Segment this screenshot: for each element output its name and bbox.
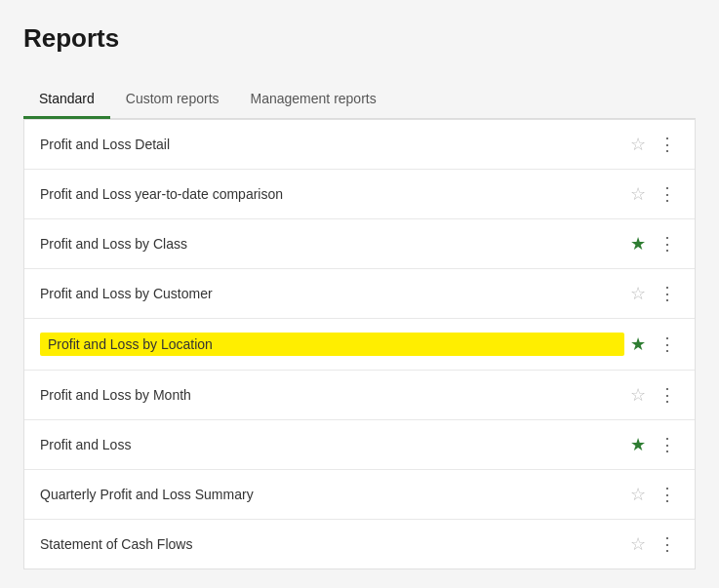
reports-list: Profit and Loss Detail☆⋮Profit and Loss …	[23, 119, 696, 569]
report-name: Quarterly Profit and Loss Summary	[40, 487, 624, 502]
report-row[interactable]: Profit and Loss year-to-date comparison☆…	[24, 170, 695, 219]
report-row[interactable]: Quarterly Profit and Loss Summary☆⋮	[24, 470, 695, 520]
tab-custom-reports[interactable]: Custom reports	[110, 81, 235, 119]
tab-management-reports[interactable]: Management reports	[235, 81, 392, 119]
star-filled-icon[interactable]: ★	[624, 233, 652, 255]
star-filled-icon[interactable]: ★	[624, 434, 652, 455]
more-menu-icon[interactable]: ⋮	[656, 434, 679, 455]
report-row[interactable]: Profit and Loss★⋮	[24, 420, 695, 470]
tab-standard[interactable]: Standard	[23, 81, 110, 119]
star-filled-icon[interactable]: ★	[624, 333, 652, 355]
report-row[interactable]: Profit and Loss by Location★⋮	[24, 319, 695, 371]
report-name: Profit and Loss by Month	[40, 387, 624, 403]
page-title: Reports	[23, 23, 696, 54]
star-empty-icon[interactable]: ☆	[624, 183, 652, 205]
tabs-container: Standard Custom reports Management repor…	[23, 81, 696, 119]
report-name: Profit and Loss by Location	[40, 333, 624, 356]
more-menu-icon[interactable]: ⋮	[656, 183, 679, 205]
report-row[interactable]: Profit and Loss by Month☆⋮	[24, 371, 695, 420]
report-name: Profit and Loss by Customer	[40, 286, 624, 301]
star-empty-icon[interactable]: ☆	[624, 134, 652, 155]
more-menu-icon[interactable]: ⋮	[656, 283, 679, 304]
report-name: Profit and Loss	[40, 437, 624, 452]
star-empty-icon[interactable]: ☆	[624, 384, 652, 406]
star-empty-icon[interactable]: ☆	[624, 283, 652, 304]
more-menu-icon[interactable]: ⋮	[656, 233, 679, 255]
star-empty-icon[interactable]: ☆	[624, 484, 652, 505]
page-container: Reports Standard Custom reports Manageme…	[0, 0, 719, 569]
report-row[interactable]: Profit and Loss by Customer☆⋮	[24, 269, 695, 319]
report-row[interactable]: Profit and Loss Detail☆⋮	[24, 120, 695, 170]
more-menu-icon[interactable]: ⋮	[656, 484, 679, 505]
report-name: Profit and Loss year-to-date comparison	[40, 186, 624, 202]
report-name: Statement of Cash Flows	[40, 536, 624, 552]
report-name: Profit and Loss Detail	[40, 137, 624, 152]
more-menu-icon[interactable]: ⋮	[656, 333, 679, 355]
report-name: Profit and Loss by Class	[40, 236, 624, 252]
more-menu-icon[interactable]: ⋮	[656, 134, 679, 155]
star-empty-icon[interactable]: ☆	[624, 533, 652, 555]
report-row[interactable]: Statement of Cash Flows☆⋮	[24, 520, 695, 568]
report-row[interactable]: Profit and Loss by Class★⋮	[24, 219, 695, 269]
more-menu-icon[interactable]: ⋮	[656, 533, 679, 555]
more-menu-icon[interactable]: ⋮	[656, 384, 679, 406]
